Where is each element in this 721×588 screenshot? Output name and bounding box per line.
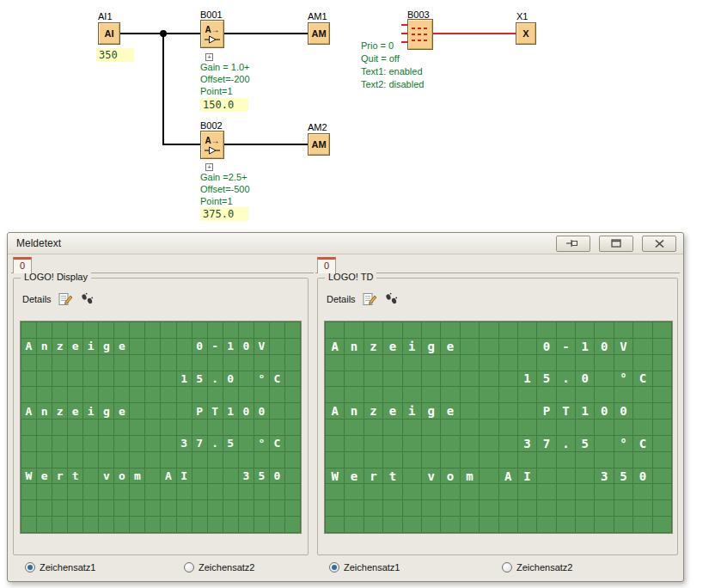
display-cell[interactable]: t xyxy=(68,469,82,484)
display-cell[interactable] xyxy=(177,403,192,419)
display-cell[interactable] xyxy=(614,517,632,532)
display-cell[interactable] xyxy=(130,339,144,354)
display-cell[interactable] xyxy=(633,420,651,435)
display-cell[interactable] xyxy=(239,387,254,402)
display-cell[interactable] xyxy=(83,484,98,499)
display-cell[interactable] xyxy=(499,403,517,419)
display-cell[interactable] xyxy=(326,420,344,435)
block-b003[interactable] xyxy=(407,19,433,50)
display-cell[interactable]: P xyxy=(537,403,555,419)
display-cell[interactable] xyxy=(345,420,363,435)
display-cell[interactable] xyxy=(37,500,52,516)
block-x1[interactable]: X xyxy=(516,22,536,45)
display-cell[interactable]: A xyxy=(21,403,36,419)
display-cell[interactable] xyxy=(52,517,67,532)
display-cell[interactable] xyxy=(285,355,300,371)
display-cell[interactable] xyxy=(254,387,269,402)
display-cell[interactable] xyxy=(345,500,363,516)
display-cell[interactable]: o xyxy=(114,469,129,484)
display-cell[interactable]: n xyxy=(345,403,363,419)
display-cell[interactable] xyxy=(21,322,36,338)
display-cell[interactable] xyxy=(441,500,459,516)
radio-zeichensatz1-display[interactable]: Zeichensatz1 xyxy=(25,562,95,573)
display-cell[interactable] xyxy=(383,371,401,387)
display-cell[interactable] xyxy=(557,322,575,338)
display-cell[interactable] xyxy=(285,452,300,468)
display-cell[interactable] xyxy=(403,436,421,451)
display-cell[interactable] xyxy=(239,452,254,468)
display-cell[interactable] xyxy=(653,403,671,419)
display-cell[interactable] xyxy=(480,355,498,371)
display-cell[interactable]: ° xyxy=(614,436,632,451)
display-cell[interactable] xyxy=(537,452,555,468)
display-cell[interactable] xyxy=(270,517,284,532)
expand-icon[interactable]: + xyxy=(205,163,213,171)
display-cell[interactable] xyxy=(208,469,223,484)
display-cell[interactable] xyxy=(576,420,594,435)
wire-b001-am1[interactable] xyxy=(224,33,308,34)
display-cell[interactable] xyxy=(285,387,300,402)
display-cell[interactable] xyxy=(99,436,113,451)
display-cell[interactable] xyxy=(192,517,207,532)
display-cell[interactable]: v xyxy=(99,469,113,484)
display-cell[interactable] xyxy=(114,355,129,371)
display-cell[interactable] xyxy=(68,436,82,451)
fbd-canvas[interactable]: AI1 AI 350 B001 A→ + Gain = 1.0+ Offset=… xyxy=(0,0,721,232)
display-cell[interactable] xyxy=(499,420,517,435)
display-cell[interactable]: g xyxy=(99,339,113,354)
display-cell[interactable] xyxy=(499,452,517,468)
display-cell[interactable] xyxy=(239,355,254,371)
display-cell[interactable] xyxy=(285,322,300,338)
display-cell[interactable]: 5 xyxy=(254,469,269,484)
display-cell[interactable] xyxy=(223,355,238,371)
display-cell[interactable] xyxy=(576,517,594,532)
display-cell[interactable] xyxy=(345,371,363,387)
display-cell[interactable] xyxy=(653,517,671,532)
display-cell[interactable]: 0 xyxy=(576,371,594,387)
display-cell[interactable] xyxy=(254,322,269,338)
display-cell[interactable] xyxy=(403,484,421,499)
display-cell[interactable] xyxy=(145,452,160,468)
display-cell[interactable] xyxy=(21,436,36,451)
display-cell[interactable] xyxy=(145,484,160,499)
display-cell[interactable] xyxy=(345,452,363,468)
display-cell[interactable]: g xyxy=(99,403,113,419)
display-cell[interactable] xyxy=(383,387,401,402)
display-cell[interactable] xyxy=(52,420,67,435)
display-cell[interactable] xyxy=(270,500,284,516)
display-cell[interactable] xyxy=(270,420,284,435)
display-cell[interactable] xyxy=(21,500,36,516)
display-cell[interactable] xyxy=(21,420,36,435)
display-cell[interactable]: W xyxy=(21,469,36,484)
display-cell[interactable]: t xyxy=(383,469,401,484)
display-cell[interactable]: i xyxy=(83,403,98,419)
display-cell[interactable] xyxy=(145,387,160,402)
display-cell[interactable] xyxy=(461,420,479,435)
display-cell[interactable]: C xyxy=(270,436,284,451)
display-cell[interactable] xyxy=(653,322,671,338)
display-cell[interactable] xyxy=(177,500,192,516)
display-cell[interactable] xyxy=(653,452,671,468)
display-cell[interactable] xyxy=(595,484,613,499)
pin-button[interactable] xyxy=(556,236,590,252)
display-cell[interactable] xyxy=(208,500,223,516)
display-cell[interactable] xyxy=(614,322,632,338)
display-cell[interactable]: T xyxy=(208,403,223,419)
display-cell[interactable] xyxy=(192,469,207,484)
display-cell[interactable]: 3 xyxy=(239,469,254,484)
display-cell[interactable] xyxy=(441,436,459,451)
display-cell[interactable] xyxy=(383,500,401,516)
display-cell[interactable] xyxy=(285,500,300,516)
display-cell[interactable]: 5 xyxy=(576,436,594,451)
display-cell[interactable] xyxy=(223,500,238,516)
display-cell[interactable] xyxy=(177,517,192,532)
display-cell[interactable] xyxy=(499,387,517,402)
close-button[interactable] xyxy=(642,236,676,252)
display-cell[interactable] xyxy=(254,517,269,532)
display-cell[interactable] xyxy=(326,387,344,402)
display-cell[interactable] xyxy=(518,339,536,354)
display-cell[interactable] xyxy=(461,355,479,371)
display-cell[interactable] xyxy=(254,500,269,516)
display-cell[interactable] xyxy=(239,420,254,435)
logo-display-grid[interactable]: Anzeige0-10V15.0°CAnzeigePT10037.5°CWert… xyxy=(21,322,301,533)
